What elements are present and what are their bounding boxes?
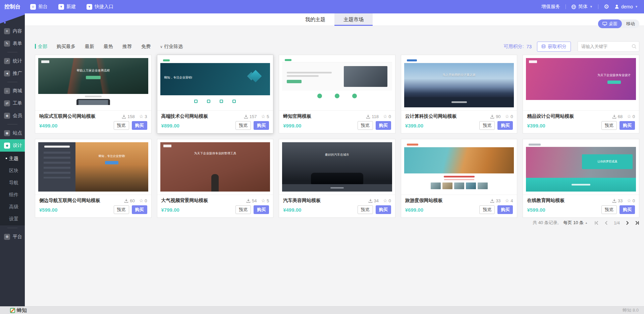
value-added-services-link[interactable]: 增值服务 <box>541 4 560 10</box>
sidebar-item-stats[interactable]: ↗统计 <box>0 55 25 67</box>
preview-button[interactable]: 预览 <box>114 121 129 130</box>
submenu-item-6[interactable]: 设置 <box>0 213 25 225</box>
theme-thumbnail[interactable]: 蝉知，专注企业营销! <box>160 58 270 107</box>
submenu-item-4[interactable]: 组件 <box>0 189 25 201</box>
filter-item-3[interactable]: 最新 <box>85 44 94 50</box>
theme-thumbnail[interactable]: 最好的汽车在城市 <box>282 142 392 192</box>
buy-button[interactable]: 购买 <box>497 121 513 130</box>
submenu-item-5[interactable]: 高级 <box>0 201 25 213</box>
industry-filter-dropdown[interactable]: ∨行业筛选 <box>160 44 183 50</box>
sidebar-item-site[interactable]: ◉站点 <box>0 127 25 139</box>
buy-button[interactable]: 购买 <box>497 205 513 214</box>
theme-thumbnail[interactable] <box>282 58 392 107</box>
thumbnail-slogan: 蝉知，专注企业营销! <box>164 76 193 80</box>
sidebar-item-ticket[interactable]: ⇄工单 <box>0 97 25 109</box>
filter-item-2[interactable]: 购买最多 <box>57 44 75 50</box>
thumbnail-decor <box>444 176 475 177</box>
sidebar-item-shop[interactable]: ⌂商城 <box>0 85 25 97</box>
per-page-selector[interactable]: 每页 10 条 ▲ <box>563 220 588 226</box>
preview-button[interactable]: 预览 <box>479 121 495 130</box>
decor-pixel <box>1 19 3 21</box>
search-box <box>578 41 639 52</box>
first-page-button[interactable] <box>594 221 599 225</box>
theme-thumbnail[interactable]: 为天下企业提供专业设计 <box>526 58 636 107</box>
divider <box>7 228 17 228</box>
mobile-label: 移动 <box>626 21 635 27</box>
buy-button[interactable]: 购买 <box>132 205 147 214</box>
prev-page-button[interactable] <box>604 221 608 225</box>
thumbnail-decor <box>404 147 514 173</box>
desktop-view-button[interactable]: 桌面 <box>598 19 622 28</box>
preview-button[interactable]: 预览 <box>114 205 129 214</box>
preview-button[interactable]: 预览 <box>358 121 373 130</box>
record-count: 共 40 条记录, <box>533 220 558 226</box>
buy-button[interactable]: 购买 <box>620 121 635 130</box>
sidebar-item-member[interactable]: ◈会员 <box>0 109 25 122</box>
submenu-item-3[interactable]: 导航 <box>0 176 25 189</box>
create-caret-icon: ▼ <box>58 4 64 10</box>
buy-button[interactable]: 购买 <box>254 205 269 214</box>
next-page-button[interactable] <box>625 221 630 225</box>
theme-thumbnail[interactable]: 蝉知，专注企业营销! <box>38 142 148 192</box>
last-page-button[interactable] <box>635 221 639 225</box>
settings-gear-icon[interactable]: ⚙ <box>604 4 609 10</box>
thumbnail-decor <box>404 142 514 147</box>
buy-button[interactable]: 购买 <box>376 121 391 130</box>
theme-thumbnail[interactable] <box>404 142 514 192</box>
filter-item-4[interactable]: 最热 <box>104 44 113 50</box>
platform-icon: ⊕ <box>4 234 10 240</box>
thumbnail-decor <box>287 80 302 83</box>
language-menu[interactable]: 简体 ▼ <box>571 4 593 10</box>
get-points-button[interactable]: 获取积分 <box>537 42 571 52</box>
industry-filter-label: 行业筛选 <box>164 44 183 49</box>
sidebar-item-form[interactable]: ✎表单 <box>0 37 25 50</box>
search-icon <box>632 44 637 49</box>
search-input[interactable] <box>578 41 639 52</box>
theme-title: 汽车美容网站模板 <box>283 198 321 204</box>
theme-thumbnail[interactable]: 为天下企业提供专业的管理工具 <box>160 142 270 192</box>
chanzhi-footer-logo[interactable]: 蝉知 <box>10 307 27 314</box>
sidebar-item-promotion[interactable]: ◄推广 <box>0 67 25 80</box>
star-number: 0 <box>389 114 391 119</box>
theme-thumbnail[interactable]: 让你的梦想成真 <box>526 142 636 192</box>
submenu-item-2[interactable]: 区块 <box>0 164 25 176</box>
thumbnail-decor <box>311 173 363 184</box>
topbar-item-create[interactable]: ▼新建 <box>58 4 76 10</box>
download-number: 68 <box>618 114 623 119</box>
submenu-item-1[interactable]: 主题 <box>0 152 25 164</box>
topbar-item-quick-entry[interactable]: ▼快捷入口 <box>87 4 113 10</box>
filter-item-5[interactable]: 推荐 <box>122 44 132 50</box>
preview-button[interactable]: 预览 <box>479 205 495 214</box>
buy-button[interactable]: 购买 <box>254 121 269 130</box>
tab-theme-market[interactable]: 主题市场 <box>334 13 373 25</box>
download-number: 33 <box>496 198 500 203</box>
preview-button[interactable]: 预览 <box>358 205 373 214</box>
theme-card: 马上开始您的云计算之旅 云计算科技公司网站模板 90 ☆ 0 <box>401 55 518 134</box>
preview-button[interactable]: 预览 <box>235 121 251 130</box>
mobile-view-button[interactable]: 移动 <box>622 19 639 28</box>
sidebar-item-design[interactable]: ◆设计 <box>0 139 25 152</box>
topbar: 控制台 ◎前台▼新建▼快捷入口 增值服务 简体 ▼ ⚙ demo ▼ <box>0 0 644 13</box>
buy-button[interactable]: 购买 <box>376 205 391 214</box>
preview-button[interactable]: 预览 <box>601 205 617 214</box>
monitor-icon <box>602 22 607 26</box>
vas-label: 增值服务 <box>541 4 560 10</box>
sidebar-item-content[interactable]: ≡内容 <box>0 25 25 37</box>
thumbnail-decor <box>105 161 118 164</box>
preview-button[interactable]: 预览 <box>601 121 617 130</box>
topbar-item-frontend[interactable]: ◎前台 <box>30 4 48 10</box>
filter-item-1[interactable]: 全部 <box>35 44 47 50</box>
sidebar-item-platform[interactable]: ⊕ 平台 <box>0 230 25 243</box>
theme-thumbnail[interactable]: 马上开始您的云计算之旅 <box>404 58 514 107</box>
star-count: ☆ 0 <box>383 114 391 119</box>
theme-thumbnail[interactable]: 帮助上万家企业改善流程 <box>38 58 148 107</box>
user-menu[interactable]: demo ▼ <box>614 4 638 9</box>
buy-button[interactable]: 购买 <box>620 205 635 214</box>
app-logo[interactable]: 控制台 <box>0 3 25 10</box>
tab-my-themes[interactable]: 我的主题 <box>296 13 334 25</box>
preview-button[interactable]: 预览 <box>235 205 251 214</box>
download-number: 33 <box>618 198 623 203</box>
star-count: ☆ 0 <box>139 198 147 203</box>
filter-item-6[interactable]: 免费 <box>141 44 151 50</box>
buy-button[interactable]: 购买 <box>132 121 147 130</box>
